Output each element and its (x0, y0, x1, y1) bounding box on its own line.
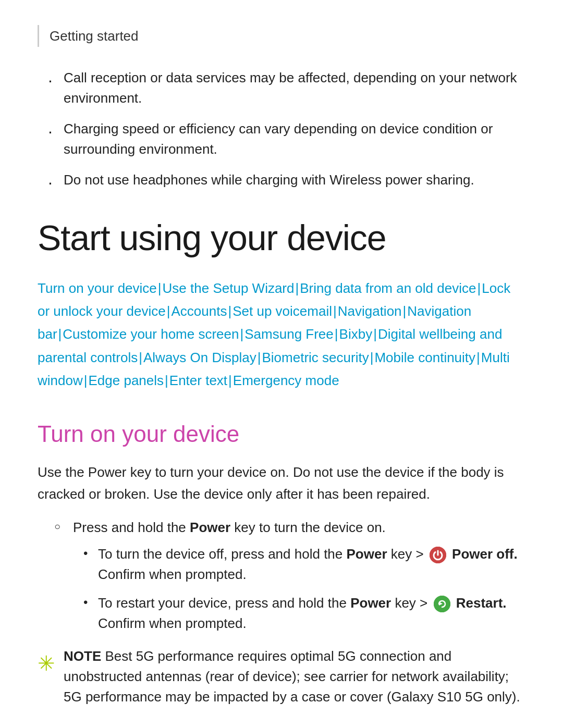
note-block: ✳ NOTE Best 5G performance requires opti… (38, 646, 525, 707)
power-off-text-mid: key > (387, 546, 427, 562)
section-heading-setup-wizard: Use the Setup Wizard (38, 724, 525, 728)
toc-links: Turn on your device|Use the Setup Wizard… (38, 277, 525, 392)
toc-link-navigation[interactable]: Navigation (338, 303, 402, 319)
section-heading-turn-on: Turn on your device (38, 417, 525, 451)
toc-link-bring-data[interactable]: Bring data from an old device (300, 280, 476, 296)
page-header: Getting started (38, 25, 525, 47)
press-hold-bold: Power (190, 520, 230, 535)
note-icon-symbol: ✳ (38, 652, 55, 675)
toc-link-accounts[interactable]: Accounts (171, 303, 227, 319)
turn-on-body-text: Use the Power key to turn your device on… (38, 462, 525, 505)
intro-bullet-list: Call reception or data services may be a… (38, 68, 525, 190)
power-off-text-before: To turn the device off, press and hold t… (98, 546, 347, 562)
intro-bullet-3: Do not use headphones while charging wit… (48, 170, 525, 190)
sub-bullet-restart: To restart your device, press and hold t… (83, 593, 525, 634)
sub-bullet-list: To turn the device off, press and hold t… (73, 544, 525, 634)
toc-link-samsung-free[interactable]: Samsung Free (244, 326, 334, 342)
press-hold-text-after: key to turn the device on. (230, 520, 386, 535)
restart-text-mid: key > (391, 595, 431, 611)
intro-bullet-2: Charging speed or efficiency can vary de… (48, 119, 525, 159)
intro-bullet-1: Call reception or data services may be a… (48, 68, 525, 108)
toc-link-mobile-continuity[interactable]: Mobile continuity (374, 350, 475, 365)
restart-text-before: To restart your device, press and hold t… (98, 595, 350, 611)
toc-link-setup-wizard[interactable]: Use the Setup Wizard (163, 280, 295, 296)
note-icon: ✳ (38, 648, 55, 680)
circle-bullet-press-hold: Press and hold the Power key to turn the… (54, 517, 525, 634)
toc-link-home-screen[interactable]: Customize your home screen (63, 326, 239, 342)
power-off-label: Power off. (448, 546, 518, 562)
restart-icon (434, 596, 450, 612)
power-off-confirm: Confirm when prompted. (98, 566, 247, 582)
restart-label: Restart. (452, 595, 507, 611)
restart-confirm: Confirm when prompted. (98, 615, 247, 631)
toc-link-enter-text[interactable]: Enter text (169, 373, 227, 388)
toc-link-voicemail[interactable]: Set up voicemail (232, 303, 332, 319)
power-off-icon (430, 547, 446, 563)
page-header-text: Getting started (50, 28, 139, 44)
note-body: Best 5G performance requires optimal 5G … (64, 648, 520, 705)
note-text: NOTE Best 5G performance requires optima… (64, 646, 525, 707)
toc-link-edge-panels[interactable]: Edge panels (88, 373, 164, 388)
turn-on-circle-list: Press and hold the Power key to turn the… (38, 517, 525, 634)
note-label: NOTE (64, 648, 101, 664)
page-container: Getting started Call reception or data s… (0, 0, 563, 728)
toc-link-turn-on[interactable]: Turn on your device (38, 280, 157, 296)
sub-bullet-power-off: To turn the device off, press and hold t… (83, 544, 525, 585)
toc-link-biometric[interactable]: Biometric security (262, 350, 369, 365)
main-title: Start using your device (38, 211, 525, 264)
power-off-bold: Power (347, 546, 387, 562)
toc-link-bixby[interactable]: Bixby (339, 326, 373, 342)
restart-bold: Power (350, 595, 391, 611)
press-hold-text-before: Press and hold the (73, 520, 190, 535)
toc-link-always-on[interactable]: Always On Display (143, 350, 256, 365)
toc-link-emergency-mode[interactable]: Emergency mode (233, 373, 339, 388)
